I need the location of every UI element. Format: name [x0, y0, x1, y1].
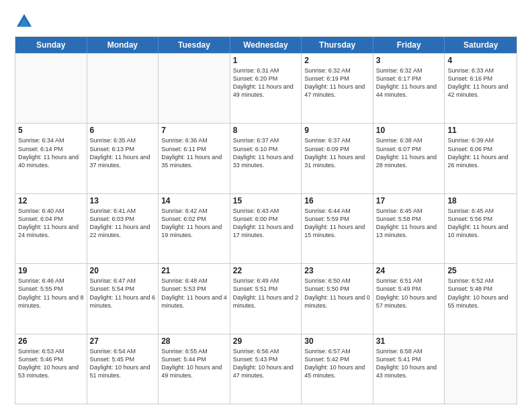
calendar-row-1: 5Sunrise: 6:34 AMSunset: 6:14 PMDaylight… — [15, 123, 517, 193]
calendar-cell-day-9: 9Sunrise: 6:37 AMSunset: 6:09 PMDaylight… — [302, 124, 373, 193]
cell-info: Sunrise: 6:44 AMSunset: 5:59 PMDaylight:… — [304, 207, 370, 240]
calendar-cell-day-15: 15Sunrise: 6:43 AMSunset: 6:00 PMDayligh… — [230, 194, 302, 263]
cell-info: Sunrise: 6:38 AMSunset: 6:07 PMDaylight:… — [376, 136, 442, 169]
cell-info: Sunrise: 6:50 AMSunset: 5:50 PMDaylight:… — [304, 277, 370, 310]
cell-info: Sunrise: 6:39 AMSunset: 6:06 PMDaylight:… — [447, 136, 514, 169]
day-number: 8 — [233, 126, 299, 135]
day-number: 23 — [304, 266, 370, 275]
cell-info: Sunrise: 6:49 AMSunset: 5:51 PMDaylight:… — [233, 277, 299, 310]
header-day-friday: Friday — [373, 37, 445, 53]
logo — [15, 12, 36, 31]
day-number: 28 — [161, 336, 227, 346]
day-number: 11 — [447, 126, 514, 135]
cell-info: Sunrise: 6:48 AMSunset: 5:53 PMDaylight:… — [161, 277, 227, 310]
calendar-cell-day-13: 13Sunrise: 6:41 AMSunset: 6:03 PMDayligh… — [87, 194, 159, 263]
page: SundayMondayTuesdayWednesdayThursdayFrid… — [0, 0, 532, 411]
calendar-cell-day-29: 29Sunrise: 6:56 AMSunset: 5:43 PMDayligh… — [230, 334, 302, 404]
day-number: 5 — [18, 126, 84, 135]
day-number: 25 — [447, 266, 514, 275]
day-number: 12 — [18, 196, 84, 205]
day-number: 1 — [233, 56, 299, 65]
calendar-cell-day-26: 26Sunrise: 6:53 AMSunset: 5:46 PMDayligh… — [15, 334, 87, 404]
cell-info: Sunrise: 6:56 AMSunset: 5:43 PMDaylight:… — [233, 347, 299, 380]
cell-info: Sunrise: 6:34 AMSunset: 6:14 PMDaylight:… — [18, 136, 84, 169]
header-day-tuesday: Tuesday — [159, 37, 230, 53]
day-number: 24 — [376, 266, 442, 275]
cell-info: Sunrise: 6:45 AMSunset: 5:56 PMDaylight:… — [447, 207, 514, 240]
cell-info: Sunrise: 6:54 AMSunset: 5:45 PMDaylight:… — [90, 347, 156, 380]
day-number: 4 — [447, 56, 514, 65]
calendar-cell-day-19: 19Sunrise: 6:46 AMSunset: 5:55 PMDayligh… — [15, 264, 87, 333]
calendar-cell-day-25: 25Sunrise: 6:52 AMSunset: 5:48 PMDayligh… — [445, 264, 517, 333]
cell-info: Sunrise: 6:37 AMSunset: 6:09 PMDaylight:… — [304, 136, 370, 169]
calendar-cell-day-30: 30Sunrise: 6:57 AMSunset: 5:42 PMDayligh… — [302, 334, 373, 404]
day-number: 27 — [90, 336, 156, 346]
cell-info: Sunrise: 6:55 AMSunset: 5:44 PMDaylight:… — [161, 347, 227, 380]
day-number: 21 — [161, 266, 227, 275]
cell-info: Sunrise: 6:36 AMSunset: 6:11 PMDaylight:… — [161, 136, 227, 169]
cell-info: Sunrise: 6:52 AMSunset: 5:48 PMDaylight:… — [447, 277, 514, 310]
calendar-cell-day-28: 28Sunrise: 6:55 AMSunset: 5:44 PMDayligh… — [159, 334, 230, 404]
day-number: 2 — [304, 56, 370, 65]
calendar-cell-day-11: 11Sunrise: 6:39 AMSunset: 6:06 PMDayligh… — [445, 124, 517, 193]
cell-info: Sunrise: 6:42 AMSunset: 6:02 PMDaylight:… — [161, 207, 227, 240]
day-number: 22 — [233, 266, 299, 275]
cell-info: Sunrise: 6:32 AMSunset: 6:19 PMDaylight:… — [304, 66, 370, 99]
cell-info: Sunrise: 6:35 AMSunset: 6:13 PMDaylight:… — [90, 136, 156, 169]
calendar-cell-day-5: 5Sunrise: 6:34 AMSunset: 6:14 PMDaylight… — [15, 124, 87, 193]
day-number: 26 — [18, 336, 84, 346]
calendar-cell-day-16: 16Sunrise: 6:44 AMSunset: 5:59 PMDayligh… — [302, 194, 373, 263]
calendar-cell-day-3: 3Sunrise: 6:32 AMSunset: 6:17 PMDaylight… — [373, 54, 445, 123]
header-day-wednesday: Wednesday — [230, 37, 302, 53]
calendar-cell-day-1: 1Sunrise: 6:31 AMSunset: 6:20 PMDaylight… — [230, 54, 302, 123]
day-number: 30 — [304, 336, 370, 346]
calendar-cell-day-6: 6Sunrise: 6:35 AMSunset: 6:13 PMDaylight… — [87, 124, 159, 193]
cell-info: Sunrise: 6:53 AMSunset: 5:46 PMDaylight:… — [18, 347, 84, 380]
calendar-cell-day-22: 22Sunrise: 6:49 AMSunset: 5:51 PMDayligh… — [230, 264, 302, 333]
day-number: 19 — [18, 266, 84, 275]
calendar-cell-empty — [159, 54, 230, 123]
calendar-row-3: 19Sunrise: 6:46 AMSunset: 5:55 PMDayligh… — [15, 263, 517, 333]
cell-info: Sunrise: 6:33 AMSunset: 6:16 PMDaylight:… — [447, 66, 514, 99]
cell-info: Sunrise: 6:57 AMSunset: 5:42 PMDaylight:… — [304, 347, 370, 380]
calendar-cell-day-20: 20Sunrise: 6:47 AMSunset: 5:54 PMDayligh… — [87, 264, 159, 333]
day-number: 13 — [90, 196, 156, 205]
calendar-cell-day-27: 27Sunrise: 6:54 AMSunset: 5:45 PMDayligh… — [87, 334, 159, 404]
calendar-cell-day-7: 7Sunrise: 6:36 AMSunset: 6:11 PMDaylight… — [159, 124, 230, 193]
calendar-row-4: 26Sunrise: 6:53 AMSunset: 5:46 PMDayligh… — [15, 334, 517, 404]
cell-info: Sunrise: 6:37 AMSunset: 6:10 PMDaylight:… — [233, 136, 299, 169]
cell-info: Sunrise: 6:51 AMSunset: 5:49 PMDaylight:… — [376, 277, 442, 310]
calendar-cell-day-31: 31Sunrise: 6:58 AMSunset: 5:41 PMDayligh… — [373, 334, 445, 404]
day-number: 3 — [376, 56, 442, 65]
calendar-cell-day-12: 12Sunrise: 6:40 AMSunset: 6:04 PMDayligh… — [15, 194, 87, 263]
day-number: 31 — [376, 336, 442, 346]
header-day-sunday: Sunday — [15, 37, 87, 53]
header-day-thursday: Thursday — [302, 37, 373, 53]
day-number: 6 — [90, 126, 156, 135]
calendar-cell-empty — [445, 334, 517, 404]
calendar: SundayMondayTuesdayWednesdayThursdayFrid… — [15, 36, 517, 404]
cell-info: Sunrise: 6:40 AMSunset: 6:04 PMDaylight:… — [18, 207, 84, 240]
calendar-body: 1Sunrise: 6:31 AMSunset: 6:20 PMDaylight… — [15, 53, 517, 404]
day-number: 16 — [304, 196, 370, 205]
day-number: 15 — [233, 196, 299, 205]
day-number: 29 — [233, 336, 299, 346]
cell-info: Sunrise: 6:43 AMSunset: 6:00 PMDaylight:… — [233, 207, 299, 240]
cell-info: Sunrise: 6:32 AMSunset: 6:17 PMDaylight:… — [376, 66, 442, 99]
logo-icon — [15, 12, 34, 31]
calendar-row-2: 12Sunrise: 6:40 AMSunset: 6:04 PMDayligh… — [15, 193, 517, 263]
calendar-cell-day-21: 21Sunrise: 6:48 AMSunset: 5:53 PMDayligh… — [159, 264, 230, 333]
calendar-cell-empty — [15, 54, 87, 123]
calendar-cell-day-8: 8Sunrise: 6:37 AMSunset: 6:10 PMDaylight… — [230, 124, 302, 193]
calendar-cell-day-17: 17Sunrise: 6:45 AMSunset: 5:58 PMDayligh… — [373, 194, 445, 263]
calendar-cell-empty — [87, 54, 159, 123]
cell-info: Sunrise: 6:31 AMSunset: 6:20 PMDaylight:… — [233, 66, 299, 99]
calendar-row-0: 1Sunrise: 6:31 AMSunset: 6:20 PMDaylight… — [15, 53, 517, 123]
calendar-cell-day-4: 4Sunrise: 6:33 AMSunset: 6:16 PMDaylight… — [445, 54, 517, 123]
calendar-header: SundayMondayTuesdayWednesdayThursdayFrid… — [15, 37, 517, 53]
calendar-cell-day-24: 24Sunrise: 6:51 AMSunset: 5:49 PMDayligh… — [373, 264, 445, 333]
cell-info: Sunrise: 6:58 AMSunset: 5:41 PMDaylight:… — [376, 347, 442, 380]
day-number: 18 — [447, 196, 514, 205]
header-day-saturday: Saturday — [445, 37, 517, 53]
cell-info: Sunrise: 6:45 AMSunset: 5:58 PMDaylight:… — [376, 207, 442, 240]
